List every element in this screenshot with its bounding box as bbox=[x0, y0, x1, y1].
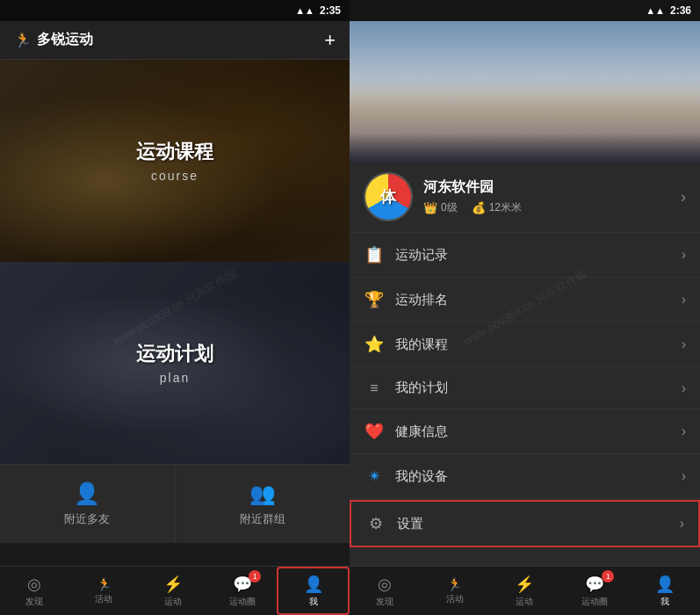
tab-sport-left[interactable]: ⚡ 运动 bbox=[139, 567, 208, 615]
profile-row[interactable]: 体 河东软件园 👑 0级 💰 12米米 › bbox=[350, 162, 700, 233]
circle-badge-left: 1 bbox=[249, 570, 261, 582]
app-title: 多锐运动 bbox=[37, 31, 93, 49]
bottom-tab-right: ◎ 发现 🏃 活动 ⚡ 运动 💬 运动圈 1 👤 我 bbox=[350, 566, 700, 615]
my-device-arrow: › bbox=[682, 468, 686, 484]
time-right: 2:36 bbox=[670, 4, 691, 17]
left-screen: www.pc0359.cn 河东软件园 ▲▲ 2:35 🏃 多锐运动 + 运动课… bbox=[0, 0, 350, 615]
me-label-right: 我 bbox=[660, 596, 669, 608]
nearby-friends[interactable]: 👤 附近多友 bbox=[0, 465, 176, 543]
circle-label-left: 运动圈 bbox=[229, 596, 256, 608]
wifi-icon-left: ▲▲ bbox=[295, 5, 314, 16]
tab-me-right[interactable]: 👤 我 bbox=[630, 567, 700, 615]
bottom-tab-left: ◎ 发现 🏃 活动 ⚡ 运动 💬 运动圈 1 👤 我 bbox=[0, 566, 350, 615]
profile-level: 👑 0级 bbox=[423, 200, 458, 215]
course-overlay: 运动课程 course bbox=[0, 60, 350, 262]
settings-icon: ⚙ bbox=[365, 514, 386, 533]
settings-arrow: › bbox=[680, 516, 684, 532]
status-bar-right: ▲▲ 2:36 bbox=[350, 0, 700, 21]
my-plan-label: 我的计划 bbox=[395, 380, 671, 396]
tab-me-left[interactable]: 👤 我 bbox=[277, 567, 350, 615]
course-banner[interactable]: 运动课程 course bbox=[0, 60, 350, 262]
health-info-arrow: › bbox=[682, 423, 686, 439]
tab-circle-right[interactable]: 💬 运动圈 1 bbox=[559, 567, 630, 615]
my-course-label: 我的课程 bbox=[395, 336, 671, 353]
activity-icon-right: 🏃 bbox=[447, 577, 462, 591]
tab-discover-left[interactable]: ◎ 发现 bbox=[0, 567, 69, 615]
tab-activity-left[interactable]: 🏃 活动 bbox=[69, 567, 139, 615]
profile-chevron: › bbox=[681, 188, 686, 206]
tab-discover-right[interactable]: ◎ 发现 bbox=[350, 567, 420, 615]
coin-icon: 💰 bbox=[472, 201, 486, 214]
sport-rank-arrow: › bbox=[682, 292, 686, 308]
health-info-label: 健康信息 bbox=[395, 423, 671, 440]
tab-activity-right[interactable]: 🏃 活动 bbox=[420, 567, 490, 615]
menu-list: 📋 运动记录 › 🏆 运动排名 › ⭐ 我的课程 › ≡ 我的计划 › ❤️ 健… bbox=[350, 233, 700, 566]
profile-name: 河东软件园 bbox=[423, 178, 670, 197]
my-device-label: 我的设备 bbox=[395, 468, 671, 485]
top-nav-left: 🏃 多锐运动 + bbox=[0, 21, 350, 60]
menu-sport-rank[interactable]: 🏆 运动排名 › bbox=[350, 278, 700, 322]
plan-banner[interactable]: 运动计划 plan bbox=[0, 262, 350, 464]
sport-record-arrow: › bbox=[682, 247, 686, 263]
menu-settings[interactable]: ⚙ 设置 › bbox=[350, 500, 700, 547]
nearby-row: 👤 附近多友 👥 附近群组 bbox=[0, 464, 350, 543]
menu-my-plan[interactable]: ≡ 我的计划 › bbox=[350, 367, 700, 409]
nearby-friends-label: 附近多友 bbox=[64, 511, 110, 527]
level-value: 0级 bbox=[441, 200, 458, 215]
right-screen: www.pc0359.cn 河东软件园 ▲▲ 2:36 体 河东软件园 👑 0级… bbox=[350, 0, 700, 615]
menu-my-course[interactable]: ⭐ 我的课程 › bbox=[350, 322, 700, 367]
plan-title-en: plan bbox=[160, 371, 190, 385]
sport-icon-left: ⚡ bbox=[163, 575, 183, 594]
course-title-en: course bbox=[151, 169, 198, 183]
avatar-inner: 体 bbox=[365, 174, 411, 220]
me-icon-left: 👤 bbox=[304, 575, 323, 594]
activity-label-right: 活动 bbox=[446, 593, 464, 605]
time-left: 2:35 bbox=[320, 4, 341, 17]
sport-rank-label: 运动排名 bbox=[395, 292, 671, 308]
activity-label-left: 活动 bbox=[95, 593, 112, 605]
menu-health-info[interactable]: ❤️ 健康信息 › bbox=[350, 409, 700, 454]
my-plan-arrow: › bbox=[682, 380, 686, 396]
my-device-icon: ✴ bbox=[364, 467, 385, 486]
profile-info: 河东软件园 👑 0级 💰 12米米 bbox=[423, 178, 670, 215]
avatar-letter: 体 bbox=[380, 186, 396, 207]
tab-circle-left[interactable]: 💬 运动圈 1 bbox=[207, 567, 277, 615]
sport-label-left: 运动 bbox=[164, 596, 182, 608]
nearby-groups[interactable]: 👥 附近群组 bbox=[176, 465, 350, 543]
avatar: 体 bbox=[364, 172, 413, 221]
sport-record-label: 运动记录 bbox=[395, 247, 671, 264]
circle-badge-right: 1 bbox=[602, 570, 614, 582]
profile-points: 💰 12米米 bbox=[472, 200, 522, 215]
nearby-friends-icon: 👤 bbox=[74, 481, 100, 506]
sport-label-right: 运动 bbox=[516, 596, 533, 608]
plan-overlay: 运动计划 plan bbox=[0, 262, 350, 464]
my-plan-icon: ≡ bbox=[364, 380, 385, 396]
sport-record-icon: 📋 bbox=[364, 245, 385, 264]
nearby-groups-icon: 👥 bbox=[249, 481, 276, 506]
profile-hero bbox=[350, 21, 700, 162]
discover-label-right: 发现 bbox=[376, 596, 393, 608]
mountain-overlay bbox=[350, 91, 700, 162]
tab-sport-right[interactable]: ⚡ 运动 bbox=[490, 567, 560, 615]
my-course-icon: ⭐ bbox=[364, 335, 385, 354]
activity-icon-left: 🏃 bbox=[97, 577, 112, 591]
menu-sport-record[interactable]: 📋 运动记录 › bbox=[350, 233, 700, 278]
sport-rank-icon: 🏆 bbox=[364, 290, 385, 309]
circle-label-right: 运动圈 bbox=[581, 596, 608, 608]
status-bar-left: ▲▲ 2:35 bbox=[0, 0, 350, 21]
course-title-cn: 运动课程 bbox=[136, 139, 213, 165]
discover-label-left: 发现 bbox=[25, 596, 43, 608]
nearby-groups-label: 附近群组 bbox=[240, 511, 285, 527]
profile-stats: 👑 0级 💰 12米米 bbox=[423, 200, 670, 215]
points-value: 12米米 bbox=[489, 200, 522, 215]
discover-icon-left: ◎ bbox=[27, 575, 41, 594]
nav-title-group: 🏃 多锐运动 bbox=[14, 31, 93, 49]
wifi-icon-right: ▲▲ bbox=[646, 5, 665, 16]
discover-icon-right: ◎ bbox=[378, 575, 392, 594]
plan-title-cn: 运动计划 bbox=[136, 341, 213, 367]
health-info-icon: ❤️ bbox=[364, 422, 385, 441]
me-icon-right: 👤 bbox=[655, 575, 675, 594]
menu-my-device[interactable]: ✴ 我的设备 › bbox=[350, 454, 700, 499]
main-content-left: 运动课程 course 运动计划 plan 👤 附近多友 👥 附近群组 bbox=[0, 60, 350, 566]
add-button[interactable]: + bbox=[324, 29, 336, 52]
